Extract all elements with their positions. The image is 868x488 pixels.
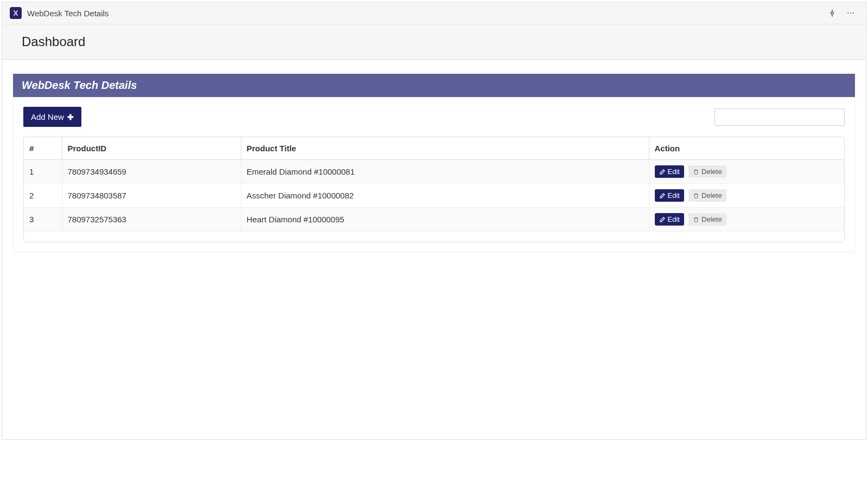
panel-heading: WebDesk Tech Details — [13, 74, 855, 97]
panel-body: Add New ✚ # ProductID Product Title — [13, 97, 855, 253]
edit-label: Edit — [668, 215, 680, 223]
col-product-title[interactable]: Product Title — [241, 137, 649, 160]
cell-product-id: 7809732575363 — [62, 208, 241, 232]
pin-icon[interactable] — [825, 7, 840, 20]
cell-index: 2 — [24, 184, 62, 208]
subheader: Dashboard — [2, 24, 866, 60]
edit-label: Edit — [668, 168, 680, 176]
cell-product-title: Heart Diamond #10000095 — [241, 208, 649, 232]
col-index[interactable]: # — [24, 137, 62, 160]
delete-button[interactable]: Delete — [688, 189, 726, 202]
edit-icon — [659, 169, 666, 175]
app-title: WebDesk Tech Details — [27, 9, 108, 18]
table-container: # ProductID Product Title Action 1 78097… — [23, 137, 845, 242]
svg-point-2 — [853, 12, 854, 14]
cell-product-title: Asscher Diamond #10000082 — [241, 184, 649, 208]
titlebar: WebDesk Tech Details — [2, 2, 866, 24]
edit-label: Edit — [668, 191, 680, 200]
app-window: WebDesk Tech Details Dashboard WebDesk T… — [2, 2, 866, 440]
cell-product-id: 7809734803587 — [62, 184, 241, 208]
delete-button[interactable]: Delete — [688, 165, 726, 178]
edit-button[interactable]: Edit — [655, 165, 684, 178]
add-new-button[interactable]: Add New ✚ — [23, 107, 81, 127]
add-new-label: Add New — [31, 112, 64, 121]
plus-icon: ✚ — [67, 113, 74, 121]
table-row: 2 7809734803587 Asscher Diamond #1000008… — [24, 184, 844, 208]
svg-point-1 — [850, 12, 851, 14]
cell-index: 3 — [24, 208, 62, 232]
actions-row: Add New ✚ — [23, 107, 845, 127]
cell-actions: Edit Delete — [649, 208, 844, 232]
cell-product-id: 7809734934659 — [62, 160, 241, 184]
content: WebDesk Tech Details Add New ✚ — [2, 60, 866, 439]
table-header-row: # ProductID Product Title Action — [24, 137, 844, 160]
cell-index: 1 — [24, 160, 62, 184]
products-table: # ProductID Product Title Action 1 78097… — [24, 137, 844, 231]
delete-label: Delete — [701, 168, 722, 176]
col-product-id[interactable]: ProductID — [62, 137, 241, 160]
delete-label: Delete — [701, 191, 722, 200]
edit-button[interactable]: Edit — [655, 213, 684, 226]
page-title: Dashboard — [22, 34, 846, 49]
cell-actions: Edit Delete — [649, 160, 844, 184]
trash-icon — [693, 169, 699, 175]
table-footer — [24, 231, 844, 242]
trash-icon — [693, 192, 699, 199]
table-row: 1 7809734934659 Emerald Diamond #1000008… — [24, 160, 844, 184]
cell-product-title: Emerald Diamond #10000081 — [241, 160, 649, 184]
table-row: 3 7809732575363 Heart Diamond #10000095 … — [24, 208, 844, 232]
delete-button[interactable]: Delete — [688, 213, 726, 226]
edit-icon — [659, 192, 666, 199]
cell-actions: Edit Delete — [649, 184, 844, 208]
app-icon — [10, 7, 22, 19]
svg-point-0 — [847, 12, 848, 14]
more-icon[interactable] — [843, 7, 858, 20]
search-box — [714, 108, 845, 126]
edit-button[interactable]: Edit — [655, 189, 684, 202]
col-action[interactable]: Action — [649, 137, 844, 160]
edit-icon — [659, 216, 666, 223]
trash-icon — [693, 216, 699, 223]
search-input[interactable] — [714, 108, 845, 126]
panel: WebDesk Tech Details Add New ✚ — [13, 74, 855, 253]
delete-label: Delete — [701, 215, 722, 223]
